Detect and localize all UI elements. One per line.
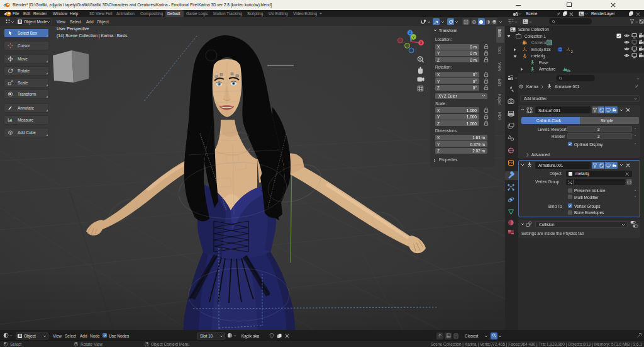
svg-text:X: X [420, 41, 423, 45]
svg-text:Y: Y [413, 35, 415, 39]
